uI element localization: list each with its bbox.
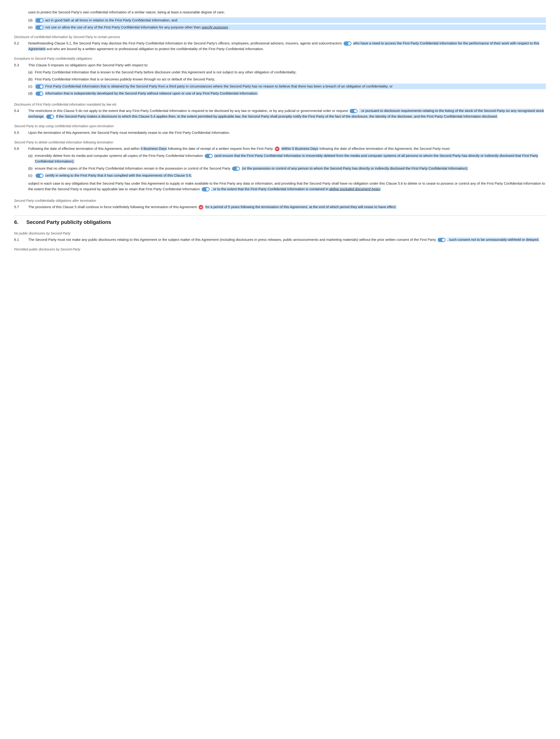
clause-5-6-num: 5.6	[14, 146, 28, 194]
toggle-5-3-c[interactable]	[35, 85, 43, 89]
item-5-3-c-content: First Party Confidential Information tha…	[35, 84, 546, 89]
toggle-5-3-d[interactable]	[35, 92, 43, 96]
item-d-content: act in good faith at all times in relati…	[35, 17, 546, 23]
toggle-6-1[interactable]	[438, 238, 446, 242]
clause-5-3-row: 5.3 This Clause 5 imposes no obligations…	[14, 62, 546, 98]
item-5-6-b: (b) ensure that no other copies of the F…	[28, 166, 546, 171]
toggle-d[interactable]	[35, 18, 43, 23]
clause-5-7-highlight: for a period of 5 years following the te…	[205, 205, 397, 209]
item-d-label: (d)	[28, 17, 35, 23]
label-6-1: No public disclosures by Second Party	[14, 231, 546, 236]
or-badge-5-7: or	[198, 205, 203, 209]
toggle-5-2[interactable]	[343, 41, 352, 46]
or-badge-5-6: or	[275, 147, 280, 151]
clause-5-6-block: Second Party to delete confidential info…	[14, 140, 546, 194]
intro-text: uses to protect the Second Party's own c…	[14, 9, 546, 15]
list-item-e: (e) not use or allow the use of any of t…	[28, 24, 546, 30]
item-5-6-b-highlight: (or the possession or control of any per…	[242, 166, 468, 170]
clause-5-6-footer: subject in each case to any obligations …	[28, 181, 546, 192]
clause-5-7-content: The provisions of this Clause 5 shall co…	[28, 204, 546, 210]
item-5-3-a-content: First Party Confidential Information tha…	[35, 69, 546, 75]
item-5-6-a-label: (a)	[28, 153, 35, 164]
toggle-5-6-a[interactable]	[205, 154, 213, 158]
item-e-content: not use or allow the use of any of the F…	[35, 24, 546, 30]
clause-5-2-block: Disclosure of confidential information b…	[14, 34, 546, 52]
clause-5-4-highlight2: If the Second Party makes a disclosure t…	[56, 114, 498, 118]
item-5-3-d-content: information that is independently develo…	[35, 91, 546, 96]
toggle-5-6-c[interactable]	[35, 174, 43, 178]
clause-5-5-content: Upon the termination of this Agreement, …	[28, 130, 546, 136]
clause-5-2-num: 5.2	[14, 40, 28, 52]
section-6-title: Second Party publicity obligations	[26, 218, 111, 226]
label-5-5: Second Party to stop using confidential …	[14, 124, 546, 129]
list-item-d: (d) act in good faith at all times in re…	[28, 17, 546, 23]
item-e-label: (e)	[28, 24, 35, 30]
label-5-3: Exceptions to Second Party confidentiali…	[14, 56, 546, 61]
toggle-5-6-b[interactable]	[232, 166, 240, 171]
clause-6-1-content: The Second Party must not make any publi…	[28, 237, 546, 243]
item-5-6-c-content: certify in writing to the First Party th…	[35, 173, 546, 178]
toggle-5-4-b[interactable]	[46, 115, 54, 119]
clause-5-2-highlight: who have a need to access the First Part…	[28, 41, 539, 51]
item-5-3-c-label: (c)	[28, 84, 35, 89]
label-5-6: Second Party to delete confidential info…	[14, 140, 546, 145]
section-6-num: 6.	[14, 218, 23, 226]
5bus-days-2: Within 5 Business Days	[281, 147, 318, 151]
clause-5-7-block: Second Party confidentiality obligations…	[14, 198, 546, 210]
clause-5-6-footer-highlight: , or to the extent that the First Party …	[211, 187, 381, 191]
item-5-3-b-label: (b)	[28, 77, 35, 82]
item-5-3-b: (b) First Party Confidential Information…	[28, 77, 546, 82]
item-5-6-a-content: irreversibly delete from its media and c…	[35, 153, 546, 164]
label-5-2: Disclosure of confidential information b…	[14, 34, 546, 39]
item-5-6-b-label: (b)	[28, 166, 35, 171]
label-5-4: Disclosures of First Party confidential …	[14, 102, 546, 107]
toggle-5-4-a[interactable]	[349, 109, 358, 113]
specify-purposes: specify purposes	[202, 25, 228, 29]
item-5-3-a-label: (a)	[28, 69, 35, 75]
item-5-6-c-highlight: certify in writing to the First Party th…	[45, 173, 192, 177]
section-6-heading: 6. Second Party publicity obligations	[14, 215, 546, 226]
clause-5-6-row: 5.6 Following the date of effective term…	[14, 146, 546, 194]
item-5-6-a: (a) irreversibly delete from its media a…	[28, 153, 546, 164]
clause-5-6-content: Following the date of effective terminat…	[28, 146, 546, 194]
item-5-3-a: (a) First Party Confidential Information…	[28, 69, 546, 75]
item-5-3-d-label: (d)	[28, 91, 35, 96]
item-5-6-a-highlight: (and ensure that the First Party Confide…	[35, 154, 538, 163]
clause-5-3-content: This Clause 5 imposes no obligations upo…	[28, 62, 546, 98]
document-body: uses to protect the Second Party's own c…	[14, 9, 546, 252]
clause-5-7-row: 5.7 The provisions of this Clause 5 shal…	[14, 204, 546, 210]
clause-6-1-row: 6.1 The Second Party must not make any p…	[14, 237, 546, 243]
intro-sub-list: (d) act in good faith at all times in re…	[14, 17, 546, 30]
item-5-3-d-highlight: information that is independently develo…	[45, 91, 258, 95]
item-5-3-d: (d) information that is independently de…	[28, 91, 546, 96]
clause-5-3-list: (a) First Party Confidential Information…	[28, 69, 546, 96]
label-permitted-disclosures-block: Permitted public disclosures by Second P…	[14, 247, 546, 252]
item-5-6-c: (c) certify in writing to the First Part…	[28, 173, 546, 178]
clause-5-5-num: 5.5	[14, 130, 28, 136]
item-5-6-c-label: (c)	[28, 173, 35, 178]
clause-5-4-block: Disclosures of First Party confidential …	[14, 102, 546, 119]
clause-6-1-num: 6.1	[14, 237, 28, 243]
toggle-5-6-footer[interactable]	[202, 187, 209, 191]
label-permitted-disclosures: Permitted public disclosures by Second P…	[14, 247, 546, 252]
toggle-e[interactable]	[35, 25, 43, 30]
clause-5-4-content: The restrictions in this Clause 5 do not…	[28, 108, 546, 119]
item-5-3-b-content: First Party Confidential Information tha…	[35, 77, 546, 82]
excluded-doc-types: define excluded document types	[329, 187, 380, 191]
clause-5-5-block: Second Party to stop using confidential …	[14, 124, 546, 135]
clause-5-7-num: 5.7	[14, 204, 28, 210]
clause-5-3-num: 5.3	[14, 62, 28, 98]
clause-5-5-row: 5.5 Upon the termination of this Agreeme…	[14, 130, 546, 136]
item-5-3-c: (c) First Party Confidential Information…	[28, 84, 546, 89]
item-5-6-b-content: ensure that no other copies of the First…	[35, 166, 546, 171]
clause-6-1-block: No public disclosures by Second Party 6.…	[14, 231, 546, 243]
clause-5-6-list: (a) irreversibly delete from its media a…	[28, 153, 546, 178]
clause-5-4-row: 5.4 The restrictions in this Clause 5 do…	[14, 108, 546, 119]
clause-5-3-block: Exceptions to Second Party confidentiali…	[14, 56, 546, 97]
clause-5-4-num: 5.4	[14, 108, 28, 119]
5bus-days-1: 5 Business Days	[141, 147, 167, 151]
clause-6-1-highlight: , such consent not to be unreasonably wi…	[447, 238, 539, 242]
clause-5-2-content: Notwithstanding Clause 5.1, the Second P…	[28, 40, 546, 52]
clause-5-2-row: 5.2 Notwithstanding Clause 5.1, the Seco…	[14, 40, 546, 52]
label-5-7: Second Party confidentiality obligations…	[14, 198, 546, 203]
